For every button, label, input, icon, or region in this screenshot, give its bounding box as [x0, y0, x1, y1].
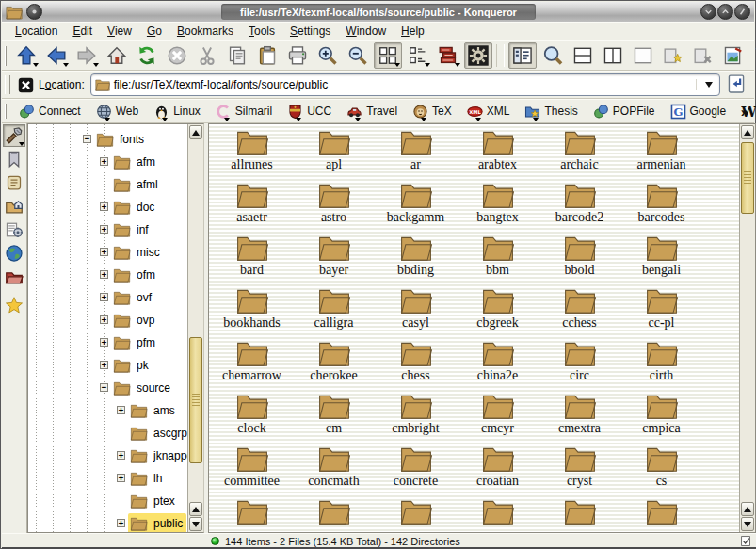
location-toolbar-handle[interactable] — [5, 75, 10, 94]
folder-item-bbold[interactable]: bbold — [539, 234, 620, 286]
bookmark-tex[interactable]: TeX — [410, 101, 455, 121]
menu-location[interactable]: Location — [15, 24, 57, 38]
collapse-icon[interactable]: − — [83, 135, 91, 143]
folder-item-circ[interactable]: circ — [539, 339, 620, 392]
folder-item-allrunes[interactable]: allrunes — [211, 128, 293, 181]
tree-item-pfm[interactable]: +pfm — [28, 331, 188, 354]
tree-item-public[interactable]: +public — [28, 512, 188, 533]
folder-item-partial[interactable] — [375, 497, 457, 533]
gear-button[interactable] — [464, 42, 492, 69]
tree-item-ptex[interactable]: ptex — [28, 490, 188, 512]
folder-item-bengali[interactable]: bengali — [620, 234, 702, 286]
zoom-in-button[interactable] — [314, 42, 342, 69]
minimize-button[interactable] — [700, 4, 716, 20]
folder-item-cmpica[interactable]: cmpica — [620, 392, 702, 444]
folder-item-calligra[interactable]: calligra — [293, 286, 375, 339]
home-button[interactable] — [103, 42, 131, 69]
tree-item-fonts[interactable]: −fonts — [28, 128, 188, 151]
sidebar-tab-network[interactable] — [3, 242, 25, 265]
folder-item-partial[interactable] — [211, 497, 293, 533]
scroll-up-button-2[interactable] — [189, 502, 202, 516]
tree-item-inf[interactable]: +inf — [28, 218, 188, 241]
folder-item-barcodes[interactable]: barcodes — [620, 181, 702, 234]
folder-item-partial[interactable] — [539, 497, 620, 533]
find-view-button[interactable] — [539, 42, 567, 69]
bookmark-google[interactable]: GGoogle — [668, 101, 730, 121]
tree-item-ovp[interactable]: +ovp — [28, 309, 188, 331]
folder-item-partial[interactable] — [457, 497, 539, 533]
forward-button[interactable] — [72, 42, 101, 69]
scroll-down-button[interactable] — [189, 517, 202, 531]
copy-button[interactable] — [223, 42, 251, 69]
folder-item-committee[interactable]: committee — [211, 444, 293, 497]
bookmark-web[interactable]: Web — [93, 101, 141, 121]
folder-item-cirth[interactable]: cirth — [620, 339, 702, 392]
icon-view-button[interactable] — [374, 42, 402, 69]
folder-item-cs[interactable]: cs — [620, 444, 702, 497]
clear-location-button[interactable] — [17, 76, 35, 94]
bookmark-silmaril[interactable]: Silmaril — [213, 101, 275, 121]
tree-item-lh[interactable]: +lh — [28, 467, 188, 490]
window-menu-button[interactable] — [26, 4, 42, 20]
folder-item-cchess[interactable]: cchess — [539, 286, 620, 339]
sidebar-tab-history[interactable] — [3, 171, 25, 194]
folder-item-cc-pl[interactable]: cc-pl — [620, 286, 702, 339]
menu-go[interactable]: Go — [147, 24, 162, 38]
expand-icon[interactable]: + — [100, 248, 108, 256]
scroll-up-button[interactable] — [189, 125, 202, 139]
expand-icon[interactable]: + — [117, 451, 125, 460]
folder-item-cmbright[interactable]: cmbright — [375, 392, 457, 444]
sidebar-tab-root-directory[interactable] — [3, 266, 25, 288]
bookmark-ucc[interactable]: UCC — [284, 101, 334, 121]
go-button[interactable] — [726, 73, 748, 96]
tree-item-jknappen[interactable]: +jknappen — [28, 444, 188, 467]
tree-scrollbar-thumb[interactable] — [189, 337, 202, 463]
folder-item-cherokee[interactable]: cherokee — [293, 339, 375, 392]
split-v-button[interactable] — [599, 42, 627, 69]
tree-item-source[interactable]: −source — [28, 377, 188, 399]
stop-button[interactable] — [163, 42, 191, 69]
menu-settings[interactable]: Settings — [290, 24, 330, 38]
tree-item-doc[interactable]: +doc — [28, 196, 188, 218]
folder-item-bookhands[interactable]: bookhands — [211, 286, 293, 339]
sidebar-tab-home-directory[interactable] — [3, 195, 25, 218]
folder-item-backgamm[interactable]: backgamm — [375, 181, 457, 234]
expand-icon[interactable]: + — [117, 474, 125, 482]
folder-item-china2e[interactable]: china2e — [457, 339, 539, 392]
menu-tools[interactable]: Tools — [249, 24, 275, 38]
maximize-button[interactable] — [717, 4, 733, 20]
tree-item-ofm[interactable]: +ofm — [28, 264, 188, 286]
tree-item-afm[interactable]: +afm — [28, 151, 188, 173]
expand-icon[interactable]: + — [117, 406, 125, 414]
split-h-button[interactable] — [569, 42, 597, 69]
cut-button[interactable] — [193, 42, 221, 69]
folder-item-bayer[interactable]: bayer — [293, 234, 375, 286]
folder-item-partial[interactable] — [620, 497, 702, 533]
folder-item-cmcyr[interactable]: cmcyr — [457, 392, 539, 444]
folder-item-cryst[interactable]: cryst — [539, 444, 620, 497]
folder-icon-view[interactable]: allrunesaplararabtexarchaicarmenianasaet… — [208, 123, 756, 533]
title-bar[interactable]: file:/usr/TeX/texmf-local/fonts/source/p… — [2, 2, 754, 22]
folder-item-chemarrow[interactable]: chemarrow — [211, 339, 293, 392]
folder-item-barcode2[interactable]: barcode2 — [539, 181, 620, 234]
tree-item-afml[interactable]: afml — [28, 173, 188, 196]
expand-icon[interactable]: + — [100, 270, 108, 279]
folder-item-ar[interactable]: ar — [375, 128, 457, 181]
zoom-out-button[interactable] — [344, 42, 372, 69]
reload-button[interactable] — [133, 42, 161, 69]
filter-button[interactable] — [749, 42, 756, 69]
main-scrollbar[interactable] — [739, 124, 755, 532]
menu-help[interactable]: Help — [401, 24, 425, 38]
folder-item-croatian[interactable]: croatian — [457, 444, 539, 497]
folder-item-astro[interactable]: astro — [293, 181, 375, 234]
expand-icon[interactable]: + — [100, 338, 108, 347]
menu-window[interactable]: Window — [346, 24, 386, 38]
folder-item-bbm[interactable]: bbm — [457, 234, 539, 286]
expand-icon[interactable]: + — [100, 361, 108, 369]
bookmark-linux[interactable]: Linux — [151, 101, 203, 121]
folder-item-cbgreek[interactable]: cbgreek — [457, 286, 539, 339]
tree-item-ascgrp[interactable]: ascgrp — [28, 422, 188, 444]
folder-item-bangtex[interactable]: bangtex — [457, 181, 539, 234]
expand-icon[interactable]: + — [100, 315, 108, 324]
books-button[interactable] — [434, 42, 462, 69]
